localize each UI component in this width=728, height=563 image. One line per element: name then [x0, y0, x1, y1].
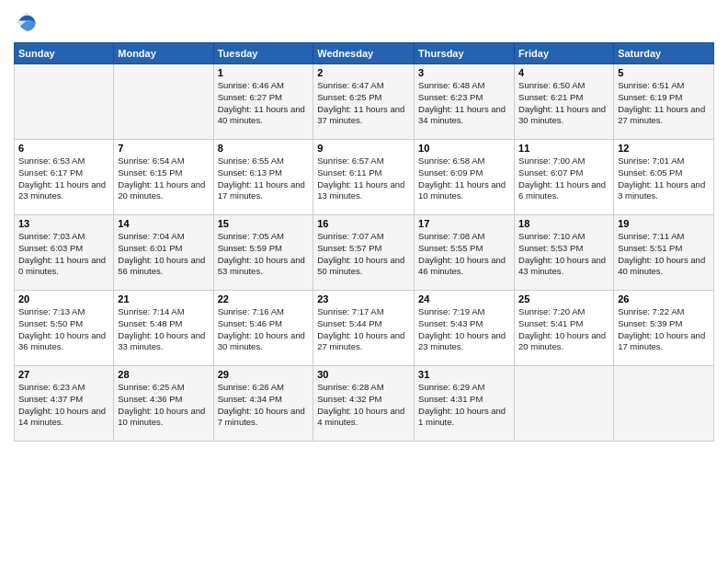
day-number: 6: [18, 143, 109, 154]
calendar-cell: 6Sunrise: 6:53 AM Sunset: 6:17 PM Daylig…: [15, 140, 114, 215]
calendar-cell: [114, 64, 213, 140]
calendar-cell: 8Sunrise: 6:55 AM Sunset: 6:13 PM Daylig…: [213, 140, 313, 215]
day-number: 21: [118, 293, 209, 304]
day-number: 22: [218, 293, 310, 304]
calendar-cell: 31Sunrise: 6:29 AM Sunset: 4:31 PM Dayli…: [415, 366, 515, 442]
day-number: 16: [317, 218, 410, 229]
day-number: 30: [317, 369, 410, 380]
day-info: Sunrise: 6:53 AM Sunset: 6:17 PM Dayligh…: [18, 155, 109, 202]
page-container: SundayMondayTuesdayWednesdayThursdayFrid…: [0, 0, 728, 451]
day-info: Sunrise: 6:28 AM Sunset: 4:32 PM Dayligh…: [317, 382, 410, 429]
day-number: 17: [418, 218, 510, 229]
calendar-week-row: 13Sunrise: 7:03 AM Sunset: 6:03 PM Dayli…: [15, 215, 714, 291]
calendar-cell: 11Sunrise: 7:00 AM Sunset: 6:07 PM Dayli…: [515, 140, 614, 215]
calendar-cell: 28Sunrise: 6:25 AM Sunset: 4:36 PM Dayli…: [114, 366, 213, 442]
calendar-cell: 14Sunrise: 7:04 AM Sunset: 6:01 PM Dayli…: [114, 215, 213, 291]
calendar-cell: 25Sunrise: 7:20 AM Sunset: 5:41 PM Dayli…: [515, 291, 614, 366]
logo: [14, 9, 43, 35]
calendar-cell: 16Sunrise: 7:07 AM Sunset: 5:57 PM Dayli…: [313, 215, 415, 291]
day-number: 12: [618, 143, 710, 154]
day-info: Sunrise: 7:20 AM Sunset: 5:41 PM Dayligh…: [518, 306, 609, 353]
weekday-header-wednesday: Wednesday: [313, 43, 415, 64]
weekday-header-sunday: Sunday: [15, 43, 114, 64]
calendar-cell: 7Sunrise: 6:54 AM Sunset: 6:15 PM Daylig…: [114, 140, 213, 215]
day-number: 7: [118, 143, 209, 154]
calendar-cell: [614, 366, 714, 442]
calendar-table: SundayMondayTuesdayWednesdayThursdayFrid…: [14, 42, 714, 442]
day-number: 5: [618, 67, 710, 78]
calendar-cell: 26Sunrise: 7:22 AM Sunset: 5:39 PM Dayli…: [614, 291, 714, 366]
weekday-header-tuesday: Tuesday: [213, 43, 313, 64]
calendar-cell: 15Sunrise: 7:05 AM Sunset: 5:59 PM Dayli…: [213, 215, 313, 291]
day-number: 4: [518, 67, 609, 78]
day-info: Sunrise: 6:29 AM Sunset: 4:31 PM Dayligh…: [418, 382, 510, 429]
calendar-cell: 21Sunrise: 7:14 AM Sunset: 5:48 PM Dayli…: [114, 291, 213, 366]
day-info: Sunrise: 7:11 AM Sunset: 5:51 PM Dayligh…: [618, 231, 710, 278]
calendar-cell: 2Sunrise: 6:47 AM Sunset: 6:25 PM Daylig…: [313, 64, 415, 140]
day-info: Sunrise: 7:14 AM Sunset: 5:48 PM Dayligh…: [118, 306, 209, 353]
calendar-cell: 27Sunrise: 6:23 AM Sunset: 4:37 PM Dayli…: [15, 366, 114, 442]
day-number: 2: [317, 67, 410, 78]
weekday-header-row: SundayMondayTuesdayWednesdayThursdayFrid…: [15, 43, 714, 64]
day-number: 10: [418, 143, 510, 154]
calendar-cell: [15, 64, 114, 140]
calendar-cell: [515, 366, 614, 442]
day-info: Sunrise: 7:05 AM Sunset: 5:59 PM Dayligh…: [218, 231, 310, 278]
day-info: Sunrise: 6:50 AM Sunset: 6:21 PM Dayligh…: [518, 80, 609, 127]
day-info: Sunrise: 7:16 AM Sunset: 5:46 PM Dayligh…: [218, 306, 310, 353]
day-info: Sunrise: 7:08 AM Sunset: 5:55 PM Dayligh…: [418, 231, 510, 278]
day-info: Sunrise: 6:54 AM Sunset: 6:15 PM Dayligh…: [118, 155, 209, 202]
day-number: 3: [418, 67, 510, 78]
calendar-cell: 9Sunrise: 6:57 AM Sunset: 6:11 PM Daylig…: [313, 140, 415, 215]
day-info: Sunrise: 7:19 AM Sunset: 5:43 PM Dayligh…: [418, 306, 510, 353]
day-number: 9: [317, 143, 410, 154]
day-number: 26: [618, 293, 710, 304]
weekday-header-saturday: Saturday: [614, 43, 714, 64]
weekday-header-monday: Monday: [114, 43, 213, 64]
calendar-cell: 23Sunrise: 7:17 AM Sunset: 5:44 PM Dayli…: [313, 291, 415, 366]
day-info: Sunrise: 7:17 AM Sunset: 5:44 PM Dayligh…: [317, 306, 410, 353]
day-number: 11: [518, 143, 609, 154]
calendar-cell: 13Sunrise: 7:03 AM Sunset: 6:03 PM Dayli…: [15, 215, 114, 291]
day-info: Sunrise: 7:00 AM Sunset: 6:07 PM Dayligh…: [518, 155, 609, 202]
day-info: Sunrise: 6:23 AM Sunset: 4:37 PM Dayligh…: [18, 382, 109, 429]
calendar-cell: 24Sunrise: 7:19 AM Sunset: 5:43 PM Dayli…: [415, 291, 515, 366]
day-number: 28: [118, 369, 209, 380]
day-info: Sunrise: 6:25 AM Sunset: 4:36 PM Dayligh…: [118, 382, 209, 429]
day-info: Sunrise: 6:58 AM Sunset: 6:09 PM Dayligh…: [418, 155, 510, 202]
day-number: 24: [418, 293, 510, 304]
logo-icon: [14, 9, 40, 35]
calendar-cell: 29Sunrise: 6:26 AM Sunset: 4:34 PM Dayli…: [213, 366, 313, 442]
calendar-week-row: 1Sunrise: 6:46 AM Sunset: 6:27 PM Daylig…: [15, 64, 714, 140]
day-number: 25: [518, 293, 609, 304]
calendar-week-row: 20Sunrise: 7:13 AM Sunset: 5:50 PM Dayli…: [15, 291, 714, 366]
calendar-cell: 4Sunrise: 6:50 AM Sunset: 6:21 PM Daylig…: [515, 64, 614, 140]
day-number: 8: [218, 143, 310, 154]
calendar-cell: 18Sunrise: 7:10 AM Sunset: 5:53 PM Dayli…: [515, 215, 614, 291]
calendar-cell: 19Sunrise: 7:11 AM Sunset: 5:51 PM Dayli…: [614, 215, 714, 291]
calendar-cell: 3Sunrise: 6:48 AM Sunset: 6:23 PM Daylig…: [415, 64, 515, 140]
day-info: Sunrise: 6:47 AM Sunset: 6:25 PM Dayligh…: [317, 80, 410, 127]
calendar-cell: 12Sunrise: 7:01 AM Sunset: 6:05 PM Dayli…: [614, 140, 714, 215]
calendar-cell: 5Sunrise: 6:51 AM Sunset: 6:19 PM Daylig…: [614, 64, 714, 140]
calendar-week-row: 6Sunrise: 6:53 AM Sunset: 6:17 PM Daylig…: [15, 140, 714, 215]
day-number: 1: [218, 67, 310, 78]
day-number: 13: [18, 218, 109, 229]
day-info: Sunrise: 7:22 AM Sunset: 5:39 PM Dayligh…: [618, 306, 710, 353]
calendar-cell: 17Sunrise: 7:08 AM Sunset: 5:55 PM Dayli…: [415, 215, 515, 291]
day-info: Sunrise: 7:07 AM Sunset: 5:57 PM Dayligh…: [317, 231, 410, 278]
day-info: Sunrise: 6:48 AM Sunset: 6:23 PM Dayligh…: [418, 80, 510, 127]
day-number: 14: [118, 218, 209, 229]
day-info: Sunrise: 7:13 AM Sunset: 5:50 PM Dayligh…: [18, 306, 109, 353]
day-number: 23: [317, 293, 410, 304]
day-info: Sunrise: 7:01 AM Sunset: 6:05 PM Dayligh…: [618, 155, 710, 202]
day-info: Sunrise: 6:26 AM Sunset: 4:34 PM Dayligh…: [218, 382, 310, 429]
day-info: Sunrise: 6:46 AM Sunset: 6:27 PM Dayligh…: [218, 80, 310, 127]
calendar-cell: 1Sunrise: 6:46 AM Sunset: 6:27 PM Daylig…: [213, 64, 313, 140]
weekday-header-thursday: Thursday: [415, 43, 515, 64]
day-info: Sunrise: 6:55 AM Sunset: 6:13 PM Dayligh…: [218, 155, 310, 202]
day-number: 18: [518, 218, 609, 229]
page-header: [14, 9, 714, 35]
day-number: 19: [618, 218, 710, 229]
day-info: Sunrise: 6:57 AM Sunset: 6:11 PM Dayligh…: [317, 155, 410, 202]
